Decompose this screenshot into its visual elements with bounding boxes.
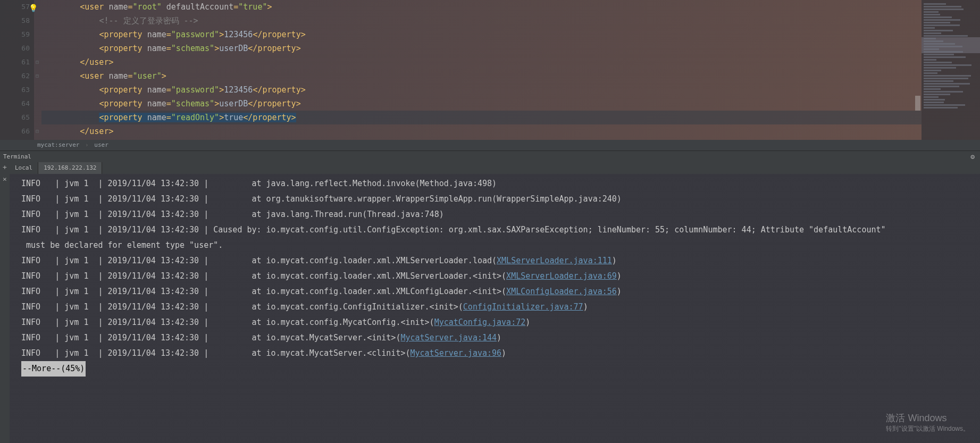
line-number[interactable]: 61 [0,55,30,69]
code-line[interactable]: <property name="password">123456</proper… [41,28,922,41]
log-line: INFO | jvm 1 | 2019/11/04 13:42:30 | at … [21,330,980,346]
line-number[interactable]: 64 [0,97,30,111]
log-line: INFO | jvm 1 | 2019/11/04 13:42:30 | at … [21,346,980,361]
stacktrace-link[interactable]: MycatServer.java:144 [400,333,497,342]
code-line[interactable]: <user name="root" defaultAccount="true"> [41,0,922,14]
terminal-tab-remote[interactable]: 192.168.222.132 [38,162,102,174]
add-terminal-icon[interactable]: + [3,163,7,175]
code-line[interactable]: <property name="schemas">userDB</propert… [41,41,922,55]
log-line: INFO | jvm 1 | 2019/11/04 13:42:30 | at … [21,299,980,315]
fold-marker[interactable] [34,14,40,28]
stacktrace-link[interactable]: MycatConfig.java:72 [434,317,526,327]
close-terminal-icon[interactable]: × [3,175,7,187]
minimap-line [924,86,959,87]
minimap-line [924,22,950,23]
minimap-line [924,91,963,93]
line-number[interactable]: 57 [0,0,30,14]
minimap-line [924,35,968,37]
code-line[interactable]: <!-- 定义了登录密码 --> [41,14,922,28]
code-content[interactable]: <user name="root" defaultAccount="true">… [40,0,922,140]
code-line[interactable]: <user name="user"> [41,69,922,83]
line-number-gutter[interactable]: 57585960616263646566 [0,0,34,140]
terminal-panel: Terminal ⚙ + × Local 192.168.222.132 INF… [0,151,980,443]
windows-activation-watermark: 激活 Windows 转到"设置"以激活 Windows。 [886,412,969,433]
minimap-line [924,48,939,50]
terminal-output[interactable]: INFO | jvm 1 | 2019/11/04 13:42:30 | at … [10,174,980,443]
minimap-line [924,67,956,69]
more-indicator[interactable]: --More--(45%) [21,361,86,377]
terminal-side-toolbar: + × [0,162,10,443]
stacktrace-link[interactable]: XMLConfigLoader.java:56 [506,287,617,296]
minimap-line [924,51,963,53]
code-line[interactable]: <property name="schemas">userDB</propert… [41,97,922,111]
minimap-line [924,38,936,39]
breadcrumb-item[interactable]: user [94,141,108,148]
intention-bulb-icon[interactable]: 💡 [29,1,38,15]
code-line[interactable]: 💡 <property name="readOnly">true</proper… [41,111,922,124]
minimap-line [924,9,964,10]
minimap-line [924,75,971,77]
minimap-line [924,32,941,34]
stacktrace-link[interactable]: MycatServer.java:96 [411,348,502,358]
line-number[interactable]: 65 [0,111,30,124]
line-number[interactable]: 58 [0,14,30,28]
fold-marker[interactable]: ⊟ [34,69,40,83]
terminal-tab-local[interactable]: Local [10,162,38,174]
minimap-line [924,62,952,63]
watermark-title: 激活 Windows [886,412,969,424]
log-line: INFO | jvm 1 | 2019/11/04 13:42:30 | at … [21,207,980,222]
chevron-right-icon: › [85,141,89,148]
line-number[interactable]: 62 [0,69,30,83]
terminal-header: Terminal ⚙ [0,151,980,162]
fold-marker[interactable] [34,41,40,55]
fold-marker[interactable]: ⊟ [34,124,40,138]
line-number[interactable]: 59 [0,28,30,41]
code-line[interactable]: </user> [41,124,922,138]
code-editor[interactable]: 57585960616263646566 ⊟⊟⊟ <user name="roo… [0,0,980,140]
watermark-subtitle: 转到"设置"以激活 Windows。 [886,424,969,433]
log-line: INFO | jvm 1 | 2019/11/04 13:42:30 | at … [21,176,980,191]
minimap-line [924,78,968,79]
terminal-title[interactable]: Terminal [3,151,31,163]
fold-marker[interactable] [34,111,40,124]
fold-marker[interactable] [34,97,40,111]
minimap-line [924,96,939,98]
minimap-line [924,70,941,71]
log-line: INFO | jvm 1 | 2019/11/04 13:42:30 | at … [21,284,980,299]
minimap-line [924,80,953,82]
minimap-line [924,30,953,31]
minimap-line [924,99,945,101]
breadcrumb[interactable]: mycat:server › user [0,140,980,151]
editor-scrollbar-thumb[interactable] [915,96,920,111]
stacktrace-link[interactable]: XMLServerLoader.java:69 [506,271,617,281]
breadcrumb-item[interactable]: mycat:server [37,141,79,148]
minimap-line [924,64,971,66]
minimap[interactable] [922,0,980,140]
fold-marker[interactable] [34,83,40,97]
line-number[interactable]: 60 [0,41,30,55]
minimap-line [924,56,966,58]
minimap-line [924,19,960,21]
terminal-tabs: Local 192.168.222.132 [10,162,980,174]
stacktrace-link[interactable]: ConfigInitializer.java:77 [463,302,583,312]
line-number[interactable]: 66 [0,124,30,138]
minimap-line [924,72,937,74]
log-line: must be declared for element type "user"… [21,238,980,253]
minimap-line [924,27,935,29]
minimap-line [924,102,944,103]
minimap-line [924,3,946,5]
code-line[interactable]: <property name="password">123456</proper… [41,83,922,97]
minimap-line [924,11,939,13]
log-line: INFO | jvm 1 | 2019/11/04 13:42:30 | at … [21,253,980,269]
fold-marker[interactable] [34,28,40,41]
gear-icon[interactable]: ⚙ [970,151,975,163]
code-line[interactable]: </user> [41,55,922,69]
line-number[interactable]: 63 [0,83,30,97]
log-line: INFO | jvm 1 | 2019/11/04 13:42:30 | Cau… [21,222,980,238]
minimap-line [924,104,965,106]
fold-marker[interactable]: ⊟ [34,55,40,69]
minimap-line [924,94,950,95]
minimap-line [924,59,936,61]
stacktrace-link[interactable]: XMLServerLoader.java:111 [497,256,612,265]
fold-strip[interactable]: ⊟⊟⊟ [34,0,40,140]
